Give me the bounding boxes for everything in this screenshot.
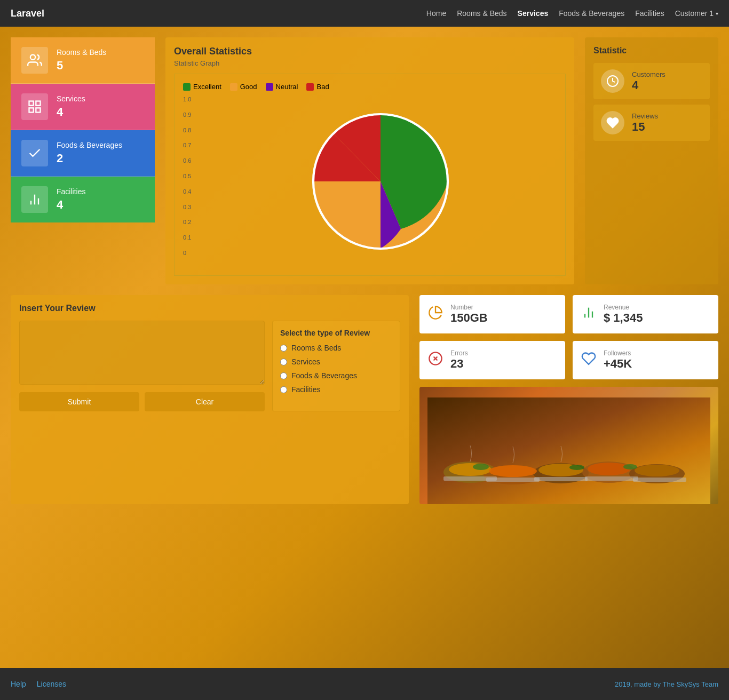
legend-good: Good — [230, 83, 257, 91]
svg-rect-2 — [36, 101, 40, 106]
overall-stats-title: Overall Statistics — [174, 46, 566, 57]
svg-point-24 — [489, 465, 537, 477]
svg-rect-34 — [585, 476, 638, 481]
revenue-card: Revenue $ 1,345 — [573, 295, 718, 333]
legend-excellent: Excellent — [183, 83, 221, 91]
nav-rooms[interactable]: Rooms & Beds — [457, 9, 506, 18]
x-circle-icon — [428, 351, 443, 370]
svg-rect-3 — [29, 108, 34, 112]
legend-neutral: Neutral — [266, 83, 298, 91]
footer: Help Licenses 2019, made by The SkySys T… — [0, 668, 729, 700]
review-title: Insert Your Review — [19, 304, 400, 313]
svg-point-0 — [30, 55, 35, 60]
radio-foods[interactable]: Foods & Beverages — [280, 371, 392, 380]
radio-services[interactable]: Services — [280, 357, 392, 366]
statistic-title: Statistic — [593, 46, 710, 55]
top-row: Rooms & Beds 5 Services 4 — [11, 37, 718, 284]
svg-rect-4 — [36, 108, 40, 112]
overall-stats: Overall Statistics Statistic Graph Excel… — [165, 37, 574, 284]
svg-rect-32 — [486, 478, 540, 482]
clear-button[interactable]: Clear — [145, 392, 265, 411]
rooms-icon — [21, 47, 48, 74]
footer-credit: 2019, made by The SkySys Team — [615, 680, 718, 688]
customer-dropdown[interactable]: Customer 1 ▾ — [675, 9, 718, 18]
review-textarea-area: Submit Clear — [19, 321, 265, 411]
nav-links: Home Rooms & Beds Services Foods & Bever… — [426, 9, 718, 18]
review-buttons: Submit Clear — [19, 392, 265, 411]
legend-bad: Bad — [306, 83, 329, 91]
svg-rect-35 — [633, 478, 686, 482]
brand[interactable]: Laravel — [11, 8, 44, 19]
right-bottom: Number 150GB Revenue $ 1,345 — [419, 295, 718, 504]
svg-rect-1 — [29, 101, 34, 106]
overall-stats-subtitle: Statistic Graph — [174, 59, 566, 67]
svg-point-28 — [473, 464, 489, 470]
type-selector-heading: Select the type of Review — [280, 329, 392, 337]
reviews-card: Reviews 15 — [593, 105, 710, 141]
clock-icon — [601, 69, 624, 93]
chart-area: Excellent Good Neutral Bad — [174, 74, 566, 276]
customers-card: Customers 4 — [593, 63, 710, 99]
svg-rect-17 — [427, 397, 710, 504]
bar-icon — [581, 305, 596, 324]
review-type-selector: Select the type of Review Rooms & Beds S… — [272, 321, 400, 411]
heart-icon-metric — [581, 351, 596, 370]
svg-point-26 — [588, 463, 630, 475]
neutral-dot — [266, 83, 273, 91]
bottom-row: Insert Your Review Submit Clear Select t… — [11, 295, 718, 504]
buffet-image — [419, 387, 718, 504]
footer-licenses[interactable]: Licenses — [37, 680, 66, 688]
stat-cards-right: Statistic Customers 4 — [585, 37, 718, 284]
bad-dot — [306, 83, 314, 91]
foods-icon — [21, 140, 48, 166]
footer-help[interactable]: Help — [11, 680, 26, 688]
chart-legend: Excellent Good Neutral Bad — [183, 83, 557, 91]
stat-cards-left: Rooms & Beds 5 Services 4 — [11, 37, 155, 284]
stat-card-foods[interactable]: Foods & Beverages 2 — [11, 130, 155, 177]
services-icon — [21, 93, 48, 120]
nav-facilities[interactable]: Facilities — [635, 9, 664, 18]
number-card: Number 150GB — [419, 295, 565, 333]
nav-foods[interactable]: Foods & Beverages — [559, 9, 624, 18]
stat-card-facilities[interactable]: Facilities 4 — [11, 177, 155, 222]
footer-links: Help Licenses — [11, 680, 66, 688]
errors-card: Errors 23 — [419, 341, 565, 379]
review-section: Insert Your Review Submit Clear Select t… — [11, 295, 409, 504]
svg-point-30 — [623, 464, 637, 470]
radio-facilities[interactable]: Facilities — [280, 385, 392, 394]
stat-card-services[interactable]: Services 4 — [11, 84, 155, 130]
good-dot — [230, 83, 237, 91]
y-axis: 0 0.1 0.2 0.3 0.4 0.5 0.6 0.7 0.8 0.9 1.… — [183, 96, 199, 267]
svg-point-29 — [569, 465, 584, 470]
chevron-down-icon: ▾ — [716, 11, 718, 17]
pie-chart — [204, 96, 557, 267]
nav-home[interactable]: Home — [426, 9, 446, 18]
navbar: Laravel Home Rooms & Beds Services Foods… — [0, 0, 729, 27]
review-textarea[interactable] — [19, 321, 265, 385]
facilities-icon — [21, 186, 48, 213]
radio-rooms[interactable]: Rooms & Beds — [280, 344, 392, 352]
svg-point-27 — [635, 465, 679, 476]
excellent-dot — [183, 83, 191, 91]
submit-button[interactable]: Submit — [19, 392, 139, 411]
review-inner: Submit Clear Select the type of Review R… — [19, 321, 400, 411]
heart-icon-right — [601, 111, 624, 134]
chart-container: 0 0.1 0.2 0.3 0.4 0.5 0.6 0.7 0.8 0.9 1.… — [183, 96, 557, 267]
pie-icon — [428, 305, 443, 324]
stat-card-rooms[interactable]: Rooms & Beds 5 — [11, 37, 155, 84]
nav-services[interactable]: Services — [518, 9, 549, 18]
svg-rect-33 — [534, 477, 588, 481]
metric-cards: Number 150GB Revenue $ 1,345 — [419, 295, 718, 379]
main-content: Rooms & Beds 5 Services 4 — [0, 27, 729, 668]
followers-card: Followers +45K — [573, 341, 718, 379]
